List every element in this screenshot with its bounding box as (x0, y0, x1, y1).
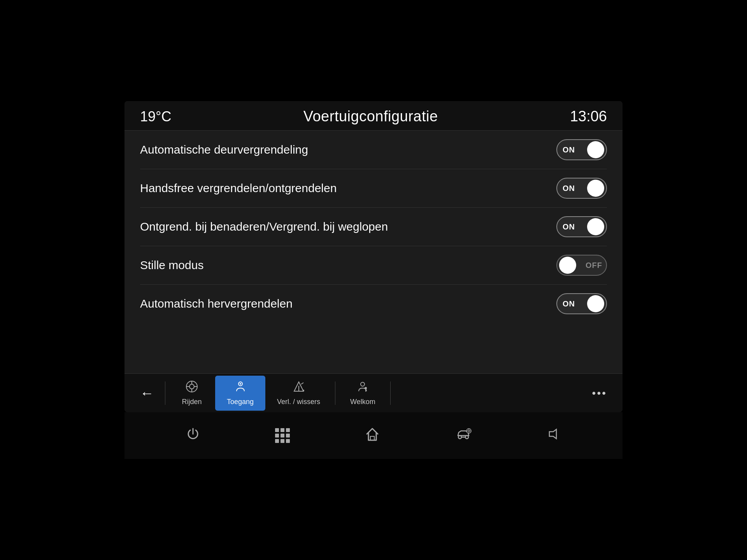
svg-point-1 (189, 384, 194, 389)
settings-list: Automatische deurvergrendeling ON Handsf… (124, 131, 622, 373)
toggle-knob-hervergrendelen (587, 295, 604, 312)
setting-row-stille-modus: Stille modus OFF (140, 246, 607, 285)
more-button[interactable]: ••• (584, 383, 615, 403)
toggle-hervergrendelen[interactable]: ON (556, 293, 607, 314)
tab-rijden-label: Rijden (182, 398, 202, 406)
clock-display: 13:06 (570, 108, 607, 125)
svg-marker-24 (549, 429, 556, 439)
header: 19°C Voertuigconfiguratie 13:06 (124, 101, 622, 131)
svg-point-10 (303, 390, 304, 391)
verl-wissers-icon (293, 380, 305, 396)
tab-welkom[interactable]: Welkom (338, 376, 387, 411)
setting-label-auto-deurvergrendeling: Automatische deurvergrendeling (140, 143, 308, 156)
tab-toegang[interactable]: Toegang (215, 376, 265, 411)
nav-divider-1 (165, 382, 165, 405)
power-button[interactable] (185, 426, 201, 445)
setting-row-auto-deurvergrendeling: Automatische deurvergrendeling ON (140, 131, 607, 169)
svg-point-16 (465, 436, 468, 439)
tab-welkom-label: Welkom (350, 398, 375, 406)
welkom-icon (356, 380, 369, 396)
toggle-stille-modus[interactable]: OFF (556, 255, 607, 276)
temp-unit: °C (156, 108, 171, 124)
main-screen: 19°C Voertuigconfiguratie 13:06 Automati… (124, 101, 622, 412)
tab-verl-wissers-label: Verl. / wissers (277, 398, 320, 406)
toggle-knob-auto-deurvergrendeling (587, 141, 604, 158)
setting-label-hervergrendelen: Automatisch hervergrendelen (140, 297, 293, 310)
temp-value: 19 (140, 108, 156, 124)
nav-divider-2 (335, 382, 335, 405)
home-button[interactable] (365, 426, 380, 445)
toggle-knob-stille-modus (559, 257, 576, 274)
toggle-handsfree[interactable]: ON (556, 178, 607, 199)
svg-point-11 (361, 382, 365, 386)
setting-label-handsfree: Handsfree vergrendelen/ontgrendelen (140, 182, 337, 195)
back-button[interactable]: ← (132, 381, 162, 405)
volume-button[interactable] (546, 426, 562, 445)
car-settings-button[interactable] (455, 426, 472, 445)
toegang-icon (234, 380, 247, 396)
svg-point-15 (458, 436, 461, 439)
toggle-ontgrend[interactable]: ON (556, 216, 607, 237)
toggle-knob-handsfree (587, 180, 604, 197)
toggle-text-hervergrendelen: ON (563, 299, 575, 308)
toggle-knob-ontgrend (587, 218, 604, 235)
setting-row-handsfree: Handsfree vergrendelen/ontgrendelen ON (140, 169, 607, 208)
apps-button[interactable] (275, 428, 290, 443)
temperature-display: 19°C (140, 108, 171, 125)
toggle-text-stille-modus: OFF (586, 261, 602, 270)
svg-point-7 (240, 383, 241, 385)
toggle-text-handsfree: ON (563, 184, 575, 193)
nav-divider-3 (390, 382, 391, 405)
setting-label-ontgrend: Ontgrend. bij benaderen/Vergrend. bij we… (140, 220, 388, 233)
tab-rijden[interactable]: Rijden (168, 376, 215, 411)
system-bar (124, 412, 622, 459)
setting-label-stille-modus: Stille modus (140, 259, 203, 272)
setting-row-ontgrend: Ontgrend. bij benaderen/Vergrend. bij we… (140, 208, 607, 246)
svg-point-12 (365, 387, 367, 389)
toggle-text-auto-deurvergrendeling: ON (563, 145, 575, 154)
tab-verl-wissers[interactable]: Verl. / wissers (265, 376, 332, 411)
setting-row-hervergrendelen: Automatisch hervergrendelen ON (140, 285, 607, 323)
tab-toegang-label: Toegang (227, 398, 254, 406)
toggle-auto-deurvergrendeling[interactable]: ON (556, 139, 607, 160)
toggle-text-ontgrend: ON (563, 222, 575, 231)
rijden-icon (186, 380, 198, 396)
bottom-nav: ← Rijden (124, 373, 622, 412)
page-title: Voertuigconfiguratie (303, 108, 438, 125)
